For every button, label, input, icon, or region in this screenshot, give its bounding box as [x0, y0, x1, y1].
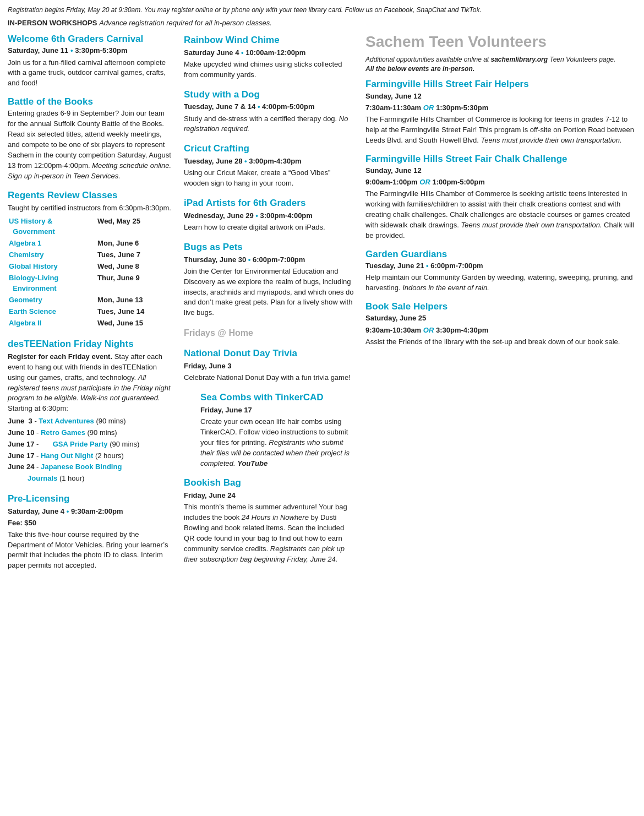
- regents-class-name: Algebra II: [9, 318, 96, 329]
- donut-title: National Donut Day Trivia: [184, 347, 354, 360]
- regents-class-date: Wed, June 8: [97, 262, 172, 272]
- study-date: Tuesday, June 7 & 14 • 4:00pm-5:00pm: [184, 102, 354, 112]
- prelicensing-title: Pre-Licensing: [8, 492, 173, 505]
- prelicensing-fee: Fee: $50: [8, 518, 173, 529]
- list-item: June 3 - Text Adventures (90 mins): [8, 416, 173, 427]
- welcome-event: Welcome 6th Graders Carnival Saturday, J…: [8, 34, 173, 89]
- prelicensing-date: Saturday, June 4 • 9:30am-2:00pm: [8, 507, 173, 516]
- table-row: Global History Wed, June 8: [9, 262, 172, 272]
- rainbow-title: Rainbow Wind Chime: [184, 34, 354, 47]
- sachem-title: Sachem Teen Volunteers: [365, 34, 636, 51]
- regents-title: Regents Review Classes: [8, 189, 173, 202]
- bookish-date: Friday, June 24: [184, 491, 354, 501]
- regents-class-name: US History & Government: [9, 216, 96, 237]
- column-3: Sachem Teen Volunteers Additional opport…: [365, 34, 636, 571]
- garden-title: Garden Guardians: [365, 249, 636, 260]
- desteen-event: desTEENation Friday Nights Register for …: [8, 338, 173, 485]
- cricut-body: Using our Cricut Maker, create a “Good V…: [184, 168, 354, 189]
- table-row: Earth Science Tues, June 14: [9, 307, 172, 317]
- donut-body: Celebrate National Donut Day with a fun …: [184, 373, 354, 383]
- fridays-home-header: Fridays @ Home: [184, 327, 354, 339]
- regents-class-name: Global History: [9, 262, 96, 272]
- cricut-event: Cricut Crafting Tuesday, June 28 • 3:00p…: [184, 142, 354, 189]
- desteen-body: Register for each Friday event. Stay aft…: [8, 352, 173, 414]
- bugs-event: Bugs as Pets Thursday, June 30 • 6:00pm-…: [184, 241, 354, 318]
- regents-event: Regents Review Classes Taught by certifi…: [8, 189, 173, 330]
- farmingville2-title: Farmingville Hills Street Fair Chalk Cha…: [365, 154, 636, 165]
- booksale-time: 9:30am-10:30am OR 3:30pm-4:30pm: [365, 325, 636, 335]
- rainbow-event: Rainbow Wind Chime Saturday June 4 • 10:…: [184, 34, 354, 80]
- seacombs-title: Sea Combs with TinkerCAD: [200, 391, 354, 404]
- prelicensing-body: Take this five-hour course required by t…: [8, 530, 173, 571]
- list-item: June 10 - Retro Games (90 mins): [8, 427, 173, 439]
- regents-class-date: Wed, May 25: [97, 216, 172, 237]
- booksale-title: Book Sale Helpers: [365, 301, 636, 312]
- regents-body: Taught by certified instructors from 6:3…: [8, 203, 173, 213]
- ipad-title: iPad Artists for 6th Graders: [184, 197, 354, 210]
- regents-class-name: Algebra 1: [9, 238, 96, 249]
- top-notice: Registration begins Friday, May 20 at 9:…: [8, 6, 636, 15]
- bugs-body: Join the Center for Environmental Educat…: [184, 266, 354, 318]
- bugs-date: Thursday, June 30 • 6:00pm-7:00pm: [184, 255, 354, 265]
- seacombs-event: Sea Combs with TinkerCAD Friday, June 17…: [200, 391, 354, 469]
- seacombs-date: Friday, June 17: [200, 405, 354, 415]
- regents-class-name: Biology-Living Environment: [9, 273, 96, 293]
- bugs-title: Bugs as Pets: [184, 241, 354, 254]
- welcome-title: Welcome 6th Graders Carnival: [8, 34, 173, 45]
- farmingville2-time: 9:00am-1:00pm OR 1:00pm-5:00pm: [365, 177, 636, 187]
- rainbow-body: Make upcycled wind chimes using sticks c…: [184, 59, 354, 80]
- regents-class-date: Mon, June 13: [97, 295, 172, 306]
- table-row: Algebra 1 Mon, June 6: [9, 238, 172, 249]
- farmingville1-body: The Farmingville Hills Chamber of Commer…: [365, 115, 636, 146]
- bookish-event: Bookish Bag Friday, June 24 This month’s…: [184, 476, 354, 564]
- welcome-body: Join us for a fun-filled carnival aftern…: [8, 58, 173, 89]
- rainbow-date: Saturday June 4 • 10:00am-12:00pm: [184, 48, 354, 58]
- farmingville1-date: Sunday, June 12: [365, 91, 636, 101]
- regents-table: US History & Government Wed, May 25 Alge…: [8, 215, 173, 330]
- table-row: US History & Government Wed, May 25: [9, 216, 172, 237]
- column-2: Rainbow Wind Chime Saturday June 4 • 10:…: [184, 34, 354, 571]
- study-title: Study with a Dog: [184, 88, 354, 101]
- cricut-date: Tuesday, June 28 • 3:00pm-4:30pm: [184, 156, 354, 166]
- booksale-body: Assist the Friends of the library with t…: [365, 337, 636, 347]
- battle-event: Battle of the Books Entering grades 6-9 …: [8, 96, 173, 181]
- donut-event: National Donut Day Trivia Friday, June 3…: [184, 347, 354, 383]
- column-1: Welcome 6th Graders Carnival Saturday, J…: [8, 34, 173, 571]
- list-item: June 17 - Hang Out Night (2 hours): [8, 450, 173, 462]
- farmingville1-title: Farmingville Hills Street Fair Helpers: [365, 79, 636, 90]
- farmingville1-event: Farmingville Hills Street Fair Helpers S…: [365, 79, 636, 145]
- regents-class-date: Mon, June 6: [97, 238, 172, 249]
- ipad-event: iPad Artists for 6th Graders Wednesday, …: [184, 197, 354, 233]
- booksale-date: Saturday, June 25: [365, 313, 636, 323]
- desteen-items: June 3 - Text Adventures (90 mins) June …: [8, 416, 173, 485]
- regents-class-name: Geometry: [9, 295, 96, 306]
- table-row: Chemistry Tues, June 7: [9, 250, 172, 260]
- farmingville2-event: Farmingville Hills Street Fair Chalk Cha…: [365, 154, 636, 241]
- sachem-subtitle: Additional opportunities available onlin…: [365, 55, 636, 74]
- bookish-title: Bookish Bag: [184, 476, 354, 489]
- donut-date: Friday, June 3: [184, 361, 354, 371]
- booksale-event: Book Sale Helpers Saturday, June 25 9:30…: [365, 301, 636, 347]
- study-body: Study and de-stress with a certified the…: [184, 114, 354, 135]
- farmingville2-date: Sunday, June 12: [365, 166, 636, 176]
- garden-body: Help maintain our Community Garden by we…: [365, 273, 636, 293]
- welcome-date: Saturday, June 11 • 3:30pm-5:30pm: [8, 46, 173, 56]
- desteen-title: desTEENation Friday Nights: [8, 338, 173, 351]
- list-item: June 17 - GSA Pride Party (90 mins): [8, 439, 173, 450]
- cricut-title: Cricut Crafting: [184, 142, 354, 155]
- regents-class-date: Thur, June 9: [97, 273, 172, 293]
- regents-class-date: Tues, June 7: [97, 250, 172, 260]
- regents-class-date: Wed, June 15: [97, 318, 172, 329]
- seacombs-body: Create your own ocean life hair combs us…: [200, 417, 354, 469]
- table-row: Algebra II Wed, June 15: [9, 318, 172, 329]
- list-item: June 24 - Japanese Book Binding Journals…: [8, 461, 173, 485]
- ipad-body: Learn how to create digital artwork on i…: [184, 222, 354, 233]
- regents-class-name: Earth Science: [9, 307, 96, 317]
- garden-date: Tuesday, June 21 • 6:00pm-7:00pm: [365, 261, 636, 271]
- study-event: Study with a Dog Tuesday, June 7 & 14 • …: [184, 88, 354, 135]
- regents-class-date: Tues, June 14: [97, 307, 172, 317]
- ipad-date: Wednesday, June 29 • 3:00pm-4:00pm: [184, 211, 354, 221]
- battle-title: Battle of the Books: [8, 96, 173, 107]
- table-row: Biology-Living Environment Thur, June 9: [9, 273, 172, 293]
- farmingville1-time: 7:30am-11:30am OR 1:30pm-5:30pm: [365, 103, 636, 113]
